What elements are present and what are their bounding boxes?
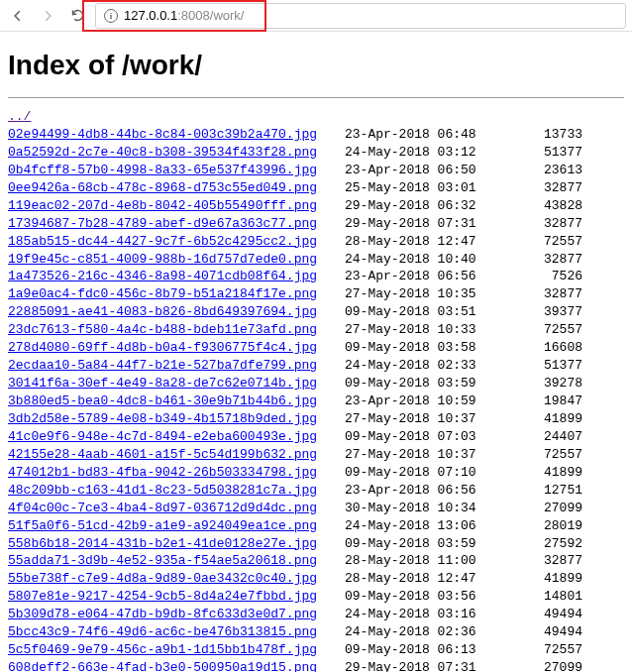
file-link[interactable]: 2ecdaa10-5a84-44f7-b21e-527ba7dfe799.png (8, 358, 317, 373)
file-link[interactable]: 474012b1-bd83-4fba-9042-26b503334798.jpg (8, 465, 317, 480)
file-row: 474012b1-bd83-4fba-9042-26b503334798.jpg… (8, 464, 624, 482)
file-mtime: 30-May-2018 10:34 (345, 500, 513, 517)
file-row: 608deff2-663e-4fad-b3e0-500950a19d15.png… (8, 659, 624, 672)
file-row: 48c209bb-c163-41d1-8c23-5d5038281c7a.jpg… (8, 482, 624, 500)
file-link[interactable]: 3db2d58e-5789-4e08-b349-4b15718b9ded.jpg (8, 411, 317, 426)
file-link[interactable]: 55adda71-3d9b-4e52-935a-f54ae5a20618.png (8, 553, 317, 568)
file-row: 55adda71-3d9b-4e52-935a-f54ae5a20618.png… (8, 552, 624, 570)
file-link[interactable]: 22885091-ae41-4083-b826-8bd649397694.jpg (8, 304, 317, 319)
file-link[interactable]: 0a52592d-2c7e-40c8-b308-39534f433f28.png (8, 145, 317, 160)
file-mtime: 09-May-2018 03:58 (345, 339, 513, 357)
file-link[interactable]: 0ee9426a-68cb-478c-8968-d753c55ed049.png (8, 180, 317, 195)
back-button[interactable] (6, 4, 30, 28)
file-size: 39377 (513, 303, 582, 321)
reload-button[interactable] (65, 4, 89, 28)
url-display: 127.0.0.1:8008/work/ (124, 8, 244, 23)
file-mtime: 28-May-2018 12:47 (345, 570, 513, 588)
file-row: 185ab515-dc44-4427-9c7f-6b52c4295cc2.jpg… (8, 233, 624, 251)
file-link[interactable]: 4f04c00c-7ce3-4ba4-8d97-036712d9d4dc.png (8, 501, 317, 515)
file-row: 3b880ed5-bea0-4dc8-b461-30e9b71b44b6.jpg… (8, 392, 624, 410)
file-mtime: 27-May-2018 10:37 (345, 410, 513, 428)
file-link[interactable]: 558b6b18-2014-431b-b2e1-41de0128e27e.jpg (8, 536, 317, 551)
file-size: 43828 (513, 197, 582, 215)
address-bar[interactable]: i 127.0.0.1:8008/work/ (95, 3, 626, 29)
parent-dir-link[interactable]: ../ (8, 109, 31, 124)
file-size: 19847 (513, 392, 582, 410)
file-row: 51f5a0f6-51cd-42b9-a1e9-a924049ea1ce.png… (8, 517, 624, 535)
file-link[interactable]: 42155e28-4aab-4601-a15f-5c54d199b632.png (8, 447, 317, 462)
file-link[interactable]: 0b4fcff8-57b0-4998-8a33-65e537f43996.jpg (8, 163, 317, 177)
file-mtime: 27-May-2018 10:35 (345, 285, 513, 303)
file-size: 41899 (513, 570, 582, 588)
file-row: 42155e28-4aab-4601-a15f-5c54d199b632.png… (8, 446, 624, 464)
file-mtime: 27-May-2018 10:33 (345, 321, 513, 339)
file-size: 27099 (513, 500, 582, 517)
file-mtime: 09-May-2018 06:13 (345, 641, 513, 659)
file-mtime: 29-May-2018 07:31 (345, 659, 513, 672)
file-link[interactable]: 3b880ed5-bea0-4dc8-b461-30e9b71b44b6.jpg (8, 393, 317, 408)
file-size: 72557 (513, 233, 582, 251)
file-mtime: 09-May-2018 07:03 (345, 428, 513, 446)
file-row: 0b4fcff8-57b0-4998-8a33-65e537f43996.jpg… (8, 162, 624, 179)
file-link[interactable]: 608deff2-663e-4fad-b3e0-500950a19d15.png (8, 660, 317, 672)
file-size: 41899 (513, 464, 582, 482)
file-link[interactable]: 5807e81e-9217-4254-9cb5-8d4a24e7fbbd.jpg (8, 589, 317, 604)
file-link[interactable]: 1a473526-216c-4346-8a98-4071cdb08f64.jpg (8, 269, 317, 283)
file-link[interactable]: 185ab515-dc44-4427-9c7f-6b52c4295cc2.jpg (8, 234, 317, 249)
file-row: 41c0e9f6-948e-4c7d-8494-e2eba600493e.jpg… (8, 428, 624, 446)
file-link[interactable]: 5c5f0469-9e79-456c-a9b1-1d15bb1b478f.jpg (8, 642, 317, 657)
file-mtime: 23-Apr-2018 06:56 (345, 268, 513, 285)
file-link[interactable]: 119eac02-207d-4e8b-8042-405b55490fff.png (8, 198, 317, 213)
file-size: 32877 (513, 285, 582, 303)
file-row: 17394687-7b28-4789-abef-d9e67a363c77.png… (8, 215, 624, 233)
file-mtime: 28-May-2018 12:47 (345, 233, 513, 251)
file-row: 1a9e0ac4-fdc0-456c-8b79-b51a2184f17e.png… (8, 285, 624, 303)
file-link[interactable]: 5bcc43c9-74f6-49d6-ac6c-be476b313815.png (8, 624, 317, 639)
file-mtime: 09-May-2018 03:51 (345, 303, 513, 321)
file-link[interactable]: 19f9e45c-c851-4009-988b-16d757d7ede0.png (8, 252, 317, 267)
file-link[interactable]: 30141f6a-30ef-4e49-8a28-de7c62e0714b.jpg (8, 376, 317, 391)
file-link[interactable]: 55be738f-c7e9-4d8a-9d89-0ae3432c0c40.jpg (8, 571, 317, 586)
file-link[interactable]: 278d4080-69ff-4d8b-b0a4-f9306775f4c4.jpg (8, 340, 317, 355)
file-mtime: 24-May-2018 10:40 (345, 251, 513, 269)
file-row: 5b309d78-e064-47db-b9db-8fc633d3e0d7.png… (8, 606, 624, 623)
file-link[interactable]: 51f5a0f6-51cd-42b9-a1e9-a924049ea1ce.png (8, 518, 317, 533)
file-size: 7526 (513, 268, 582, 285)
file-row: 0ee9426a-68cb-478c-8968-d753c55ed049.png… (8, 179, 624, 197)
file-size: 27099 (513, 659, 582, 672)
file-row: 558b6b18-2014-431b-b2e1-41de0128e27e.jpg… (8, 535, 624, 553)
file-size: 51377 (513, 144, 582, 162)
file-mtime: 25-May-2018 03:01 (345, 179, 513, 197)
forward-button[interactable] (36, 4, 59, 28)
file-link[interactable]: 41c0e9f6-948e-4c7d-8494-e2eba600493e.jpg (8, 429, 317, 444)
page-title: Index of /work/ (8, 50, 624, 81)
file-link[interactable]: 17394687-7b28-4789-abef-d9e67a363c77.png (8, 216, 317, 231)
file-size: 51377 (513, 357, 582, 375)
file-mtime: 27-May-2018 10:37 (345, 446, 513, 464)
file-size: 24407 (513, 428, 582, 446)
file-mtime: 29-May-2018 07:31 (345, 215, 513, 233)
file-size: 49494 (513, 623, 582, 641)
file-mtime: 24-May-2018 03:16 (345, 606, 513, 623)
file-size: 16608 (513, 339, 582, 357)
file-size: 72557 (513, 641, 582, 659)
browser-toolbar: i 127.0.0.1:8008/work/ (0, 0, 632, 32)
file-row: 278d4080-69ff-4d8b-b0a4-f9306775f4c4.jpg… (8, 339, 624, 357)
site-info-icon[interactable]: i (104, 9, 118, 23)
file-row: 19f9e45c-c851-4009-988b-16d757d7ede0.png… (8, 251, 624, 269)
file-row: 3db2d58e-5789-4e08-b349-4b15718b9ded.jpg… (8, 410, 624, 428)
file-link[interactable]: 23dc7613-f580-4a4c-b488-bdeb11e73afd.png (8, 322, 317, 337)
file-row: 22885091-ae41-4083-b826-8bd649397694.jpg… (8, 303, 624, 321)
file-size: 32877 (513, 179, 582, 197)
file-mtime: 24-May-2018 02:36 (345, 623, 513, 641)
file-size: 32877 (513, 215, 582, 233)
file-mtime: 29-May-2018 06:32 (345, 197, 513, 215)
file-link[interactable]: 48c209bb-c163-41d1-8c23-5d5038281c7a.jpg (8, 483, 317, 498)
file-link[interactable]: 1a9e0ac4-fdc0-456c-8b79-b51a2184f17e.png (8, 286, 317, 301)
file-link[interactable]: 5b309d78-e064-47db-b9db-8fc633d3e0d7.png (8, 607, 317, 621)
file-mtime: 09-May-2018 03:56 (345, 588, 513, 606)
file-mtime: 09-May-2018 03:59 (345, 535, 513, 553)
file-size: 13733 (513, 126, 582, 144)
file-link[interactable]: 02e94499-4db8-44bc-8c84-003c39b2a470.jpg (8, 127, 317, 142)
file-mtime: 28-May-2018 11:00 (345, 552, 513, 570)
